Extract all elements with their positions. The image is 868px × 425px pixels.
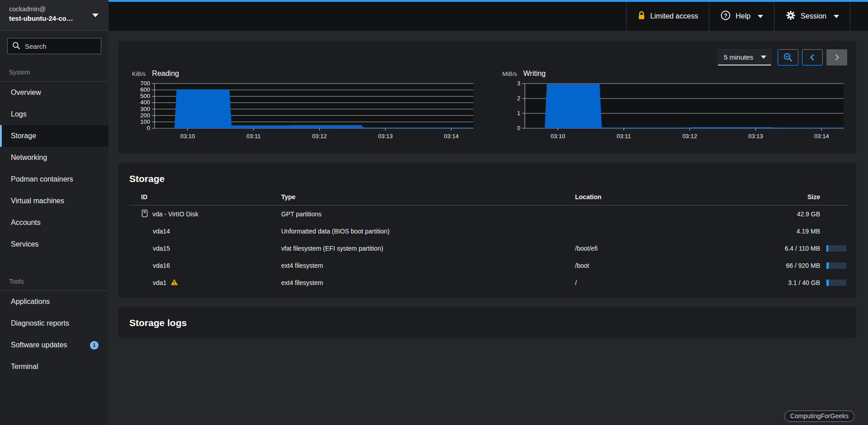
writing-chart: MiB/s Writing 012303:1003:1103:1203:1303…: [500, 68, 847, 142]
table-row-vda[interactable]: vda - VirtIO Disk GPT partitions 42.9 GB: [129, 205, 848, 223]
scroll-forward-button[interactable]: [826, 49, 847, 65]
chevron-down-icon: [761, 56, 766, 59]
sidebar-item-virtual-machines[interactable]: Virtual machines: [0, 190, 108, 212]
host-name: test-ubuntu-24-co…: [9, 14, 101, 22]
storage-card-title: Storage: [129, 173, 848, 184]
chart-controls: 5 minutes: [129, 49, 847, 66]
zoom-out-button[interactable]: [778, 49, 798, 65]
sidebar-item-label: Storage: [11, 132, 36, 140]
usage-bar: [826, 245, 846, 252]
svg-text:03:10: 03:10: [180, 133, 195, 140]
writing-chart-plot: 012303:1003:1103:1203:1303:14: [500, 81, 847, 142]
sidebar: cockadmin@ test-ubuntu-24-co… System Ove…: [0, 0, 108, 425]
nav-group-system-title: System: [0, 64, 108, 82]
limited-access-label: Limited access: [650, 12, 698, 20]
sidebar-item-applications[interactable]: Applications: [0, 291, 108, 313]
row-id: vda - VirtIO Disk: [152, 210, 198, 218]
help-menu[interactable]: ? Help: [709, 2, 774, 31]
chevron-left-icon: [809, 54, 816, 61]
scroll-back-button[interactable]: [802, 49, 823, 65]
gear-icon: [785, 10, 796, 23]
row-location: /boot: [575, 262, 730, 269]
svg-text:03:13: 03:13: [748, 133, 763, 140]
sidebar-item-services[interactable]: Services: [0, 234, 108, 255]
svg-text:600: 600: [140, 86, 150, 93]
row-type: GPT partitions: [281, 210, 575, 218]
svg-text:2: 2: [517, 95, 520, 102]
svg-text:700: 700: [140, 81, 150, 87]
svg-text:0: 0: [517, 125, 520, 131]
svg-text:03:14: 03:14: [814, 133, 829, 140]
reading-chart-unit: KiB/s: [132, 70, 146, 77]
zoom-out-icon: [783, 52, 793, 62]
sidebar-item-overview[interactable]: Overview: [0, 82, 108, 103]
svg-text:03:12: 03:12: [682, 133, 697, 140]
svg-text:?: ?: [724, 12, 727, 19]
svg-text:500: 500: [140, 93, 150, 99]
masthead: Limited access ? Help: [108, 0, 868, 31]
sidebar-item-storage[interactable]: Storage: [0, 125, 108, 147]
sidebar-item-diagnostic-reports[interactable]: Diagnostic reports: [0, 313, 108, 334]
svg-text:3: 3: [517, 81, 520, 87]
sidebar-item-terminal[interactable]: Terminal: [0, 356, 108, 378]
usage-bar: [826, 280, 846, 286]
chevron-down-icon: [92, 14, 99, 17]
column-header-location: Location: [575, 193, 730, 201]
charts-row: KiB/s Reading 010020030040050060070003:1…: [129, 68, 847, 142]
app-window: cockadmin@ test-ubuntu-24-co… System Ove…: [0, 0, 868, 425]
sidebar-nav: System Overview Logs Storage Networking …: [0, 61, 108, 378]
page-content: 5 minutes: [108, 31, 868, 425]
row-size: 4.19 MB: [730, 228, 820, 235]
table-row-vda14[interactable]: vda14 Unformatted data (BIOS boot partit…: [129, 223, 848, 240]
svg-text:03:14: 03:14: [444, 133, 459, 140]
chart-nav-buttons: [778, 49, 847, 65]
row-type: ext4 filesystem: [281, 279, 575, 286]
writing-chart-unit: MiB/s: [502, 70, 517, 77]
row-id: vda15: [153, 245, 170, 252]
search-input[interactable]: [7, 38, 101, 54]
row-id: vda1: [153, 279, 166, 286]
table-row-vda1[interactable]: vda1 ext4 filesystem / 3.1 / 40 GB: [129, 274, 848, 291]
row-type: vfat filesystem (EFI system partition): [281, 245, 575, 252]
time-range-value: 5 minutes: [724, 53, 753, 61]
row-location: /boot/efi: [575, 245, 730, 252]
sidebar-item-logs[interactable]: Logs: [0, 103, 108, 125]
sidebar-item-software-updates[interactable]: Software updates 1: [0, 334, 108, 356]
svg-text:1: 1: [517, 110, 520, 117]
column-header-type: Type: [281, 193, 575, 201]
nav-group-system: System Overview Logs Storage Networking …: [0, 64, 108, 255]
sidebar-item-label: Virtual machines: [11, 197, 64, 205]
sidebar-item-networking[interactable]: Networking: [0, 147, 108, 168]
row-id: vda16: [153, 262, 170, 269]
sidebar-item-accounts[interactable]: Accounts: [0, 212, 108, 234]
main-area: Limited access ? Help: [108, 0, 868, 425]
search-icon: [12, 42, 20, 51]
storage-logs-card: Storage logs: [118, 307, 856, 338]
svg-text:300: 300: [140, 106, 150, 112]
sidebar-item-label: Podman containers: [11, 175, 73, 183]
table-row-vda15[interactable]: vda15 vfat filesystem (EFI system partit…: [129, 240, 848, 257]
svg-text:03:11: 03:11: [246, 133, 261, 140]
reading-chart-plot: 010020030040050060070003:1003:1103:1203:…: [129, 81, 477, 142]
limited-access-indicator[interactable]: Limited access: [626, 2, 709, 31]
row-id: vda14: [153, 228, 170, 235]
sidebar-item-label: Services: [11, 240, 38, 248]
updates-count-badge: 1: [90, 341, 99, 350]
storage-card: Storage ID Type Location Size: [118, 163, 856, 298]
sidebar-item-podman-containers[interactable]: Podman containers: [0, 168, 108, 190]
table-row-vda16[interactable]: vda16 ext4 filesystem /boot 66 / 920 MB: [129, 257, 848, 274]
row-size: 3.1 / 40 GB: [730, 279, 820, 286]
svg-text:200: 200: [140, 112, 150, 119]
chevron-down-icon: [834, 15, 839, 18]
help-icon: ?: [720, 10, 731, 23]
sidebar-item-label: Accounts: [11, 219, 41, 227]
disk-icon: [141, 210, 148, 219]
session-menu[interactable]: Session: [774, 2, 850, 31]
row-size: 42.9 GB: [730, 210, 820, 218]
lock-icon: [637, 11, 646, 22]
time-range-select[interactable]: 5 minutes: [718, 49, 771, 65]
host-selector[interactable]: cockadmin@ test-ubuntu-24-co…: [0, 0, 108, 31]
svg-text:03:12: 03:12: [312, 133, 327, 140]
svg-text:100: 100: [140, 118, 150, 125]
warning-icon: [170, 279, 178, 287]
